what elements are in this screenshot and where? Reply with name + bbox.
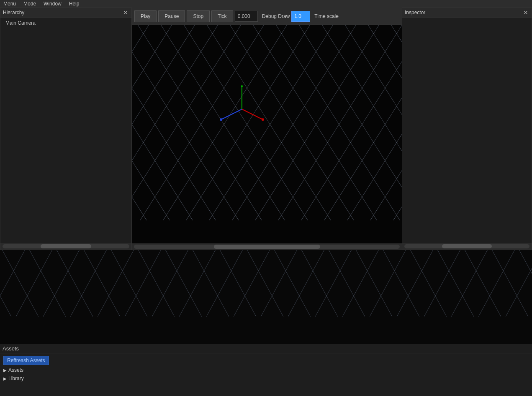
inspector-scrollbar-thumb[interactable]	[442, 244, 492, 248]
inspector-panel: Inspector ✕	[402, 8, 532, 250]
inspector-close-button[interactable]: ✕	[522, 9, 529, 16]
bottom-grid-canvas	[0, 250, 532, 344]
assets-arrow-icon: ▶	[3, 368, 7, 373]
assets-titlebar: Assets	[0, 344, 532, 353]
hierarchy-scrollbar-thumb[interactable]	[41, 244, 91, 248]
hierarchy-panel: Hierarchy ✕ Main Camera	[0, 8, 132, 250]
library-arrow-icon: ▶	[3, 376, 7, 381]
viewport-scrollbar[interactable]	[132, 243, 402, 250]
viewport-container: Play Pause Stop Tick Debug Draw Time sca…	[132, 8, 402, 250]
hierarchy-title: Hierarchy	[3, 10, 24, 15]
viewport-scrollbar-thumb[interactable]	[214, 245, 320, 249]
assets-title: Assets	[3, 345, 19, 352]
inspector-title: Inspector	[405, 10, 425, 15]
inspector-scrollbar[interactable]	[402, 243, 532, 250]
play-button[interactable]: Play	[134, 10, 157, 22]
tree-item-assets[interactable]: ▶ Assets	[3, 367, 529, 373]
stop-button[interactable]: Stop	[187, 10, 210, 22]
tick-button[interactable]: Tick	[211, 10, 233, 22]
time-scale-label: Time scale	[314, 13, 339, 19]
menu-item-mode[interactable]: Mode	[22, 1, 38, 7]
time-display[interactable]	[235, 11, 258, 22]
hierarchy-scrollbar-track	[3, 244, 129, 248]
hierarchy-close-button[interactable]: ✕	[122, 9, 129, 16]
hierarchy-item-main-camera[interactable]: Main Camera	[4, 19, 128, 27]
svg-point-4	[262, 118, 264, 121]
debug-draw-input[interactable]	[291, 11, 310, 22]
inspector-scrollbar-track	[404, 244, 529, 248]
inspector-content	[402, 18, 532, 243]
hierarchy-titlebar: Hierarchy ✕	[0, 8, 131, 18]
menubar: Menu Mode Window Help	[0, 0, 532, 8]
grid-canvas	[132, 25, 402, 243]
svg-point-3	[241, 85, 243, 87]
svg-line-1	[242, 109, 263, 120]
toolbar: Play Pause Stop Tick Debug Draw Time sca…	[132, 8, 402, 25]
refresh-assets-button[interactable]: Reffreash Assets	[3, 356, 49, 365]
debug-draw-label: Debug Draw	[262, 13, 290, 19]
main-layout: Hierarchy ✕ Main Camera Play Pause Stop …	[0, 8, 532, 396]
pause-button[interactable]: Pause	[158, 10, 185, 22]
assets-content: Reffreash Assets ▶ Assets ▶ Library	[0, 353, 532, 396]
svg-line-2	[221, 109, 242, 120]
library-label: Library	[8, 376, 24, 381]
inspector-titlebar: Inspector ✕	[402, 8, 532, 18]
tree-item-library[interactable]: ▶ Library	[3, 375, 529, 382]
bottom-area: Assets Reffreash Assets ▶ Assets ▶ Libra…	[0, 250, 532, 396]
viewport-scrollbar-track	[134, 245, 400, 249]
viewport[interactable]	[132, 25, 402, 243]
hierarchy-content: Main Camera	[0, 18, 131, 243]
svg-point-5	[220, 118, 222, 121]
menu-item-window[interactable]: Window	[42, 1, 63, 7]
menu-item-help[interactable]: Help	[67, 1, 81, 7]
hierarchy-scrollbar[interactable]	[0, 243, 131, 250]
assets-label: Assets	[8, 367, 23, 373]
bottom-scene	[0, 250, 532, 344]
axis-indicator	[217, 84, 267, 134]
menu-item-menu[interactable]: Menu	[2, 1, 18, 7]
assets-panel: Assets Reffreash Assets ▶ Assets ▶ Libra…	[0, 344, 532, 396]
